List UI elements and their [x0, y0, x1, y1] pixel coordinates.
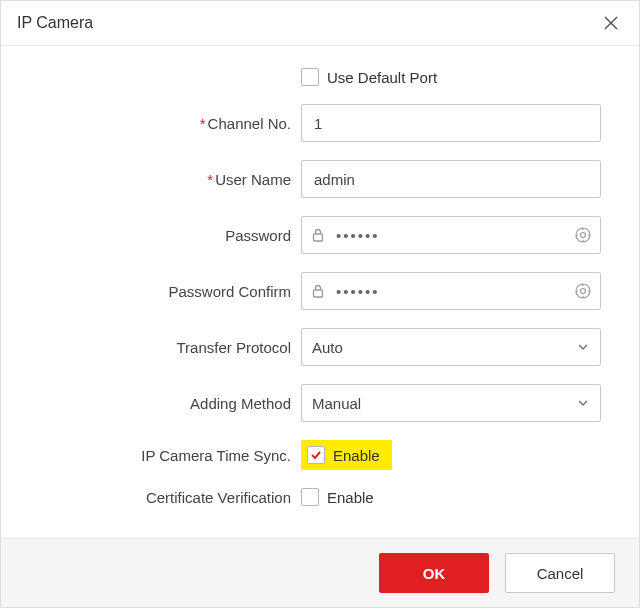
checkbox-time-sync[interactable]: [307, 446, 325, 464]
label-text-use-default-port: Use Default Port: [327, 69, 437, 86]
label-password-confirm: Password Confirm: [168, 283, 291, 300]
label-time-sync: IP Camera Time Sync.: [141, 447, 291, 464]
titlebar: IP Camera: [1, 1, 639, 46]
svg-rect-2: [314, 234, 323, 241]
label-time-sync-option: Enable: [333, 447, 380, 464]
row-time-sync: IP Camera Time Sync. Enable: [1, 440, 639, 470]
svg-point-4: [581, 233, 586, 238]
input-password[interactable]: [334, 226, 566, 245]
label-user-name: User Name: [215, 171, 291, 188]
input-user-name-wrap: [301, 160, 601, 198]
svg-rect-5: [314, 290, 323, 297]
input-channel-no-wrap: [301, 104, 601, 142]
input-password-wrap: [301, 216, 601, 254]
checkbox-cert-verification[interactable]: [301, 488, 319, 506]
chevron-down-icon: [576, 396, 590, 410]
svg-point-6: [576, 284, 590, 298]
svg-point-3: [576, 228, 590, 242]
row-password: Password: [1, 216, 639, 254]
label-adding-method: Adding Method: [190, 395, 291, 412]
close-button[interactable]: [599, 11, 623, 35]
ok-button[interactable]: OK: [379, 553, 489, 593]
label-transfer-protocol: Transfer Protocol: [177, 339, 292, 356]
required-asterisk: *: [200, 115, 206, 132]
row-channel-no: *Channel No.: [1, 104, 639, 142]
select-transfer-protocol[interactable]: Auto: [301, 328, 601, 366]
label-channel-no: Channel No.: [208, 115, 291, 132]
checkbox-use-default-port[interactable]: [301, 68, 319, 86]
row-transfer-protocol: Transfer Protocol Auto: [1, 328, 639, 366]
input-channel-no[interactable]: [312, 114, 590, 133]
reveal-password-icon[interactable]: [574, 282, 592, 300]
row-user-name: *User Name: [1, 160, 639, 198]
cancel-button-label: Cancel: [537, 565, 584, 582]
reveal-password-icon[interactable]: [574, 226, 592, 244]
row-password-confirm: Password Confirm: [1, 272, 639, 310]
select-adding-method[interactable]: Manual: [301, 384, 601, 422]
input-user-name[interactable]: [312, 170, 590, 189]
select-transfer-protocol-value: Auto: [312, 339, 343, 356]
dialog-title: IP Camera: [17, 14, 93, 32]
input-password-confirm-wrap: [301, 272, 601, 310]
label-password: Password: [225, 227, 291, 244]
label-cert-verification-option: Enable: [327, 489, 374, 506]
chevron-down-icon: [576, 340, 590, 354]
lock-icon: [310, 283, 326, 299]
label-cert-verification: Certificate Verification: [146, 489, 291, 506]
select-adding-method-value: Manual: [312, 395, 361, 412]
ip-camera-dialog: IP Camera Use Default Port *Channel No.: [0, 0, 640, 608]
row-use-default-port: Use Default Port: [1, 68, 639, 86]
dialog-footer: OK Cancel: [1, 538, 639, 607]
required-asterisk: *: [207, 171, 213, 188]
input-password-confirm[interactable]: [334, 282, 566, 301]
form-area: Use Default Port *Channel No. *User Name: [1, 46, 639, 538]
svg-point-7: [581, 289, 586, 294]
lock-icon: [310, 227, 326, 243]
row-adding-method: Adding Method Manual: [1, 384, 639, 422]
close-icon: [603, 15, 619, 31]
ok-button-label: OK: [423, 565, 446, 582]
highlight-enable-time-sync: Enable: [301, 440, 392, 470]
cancel-button[interactable]: Cancel: [505, 553, 615, 593]
row-cert-verification: Certificate Verification Enable: [1, 488, 639, 506]
